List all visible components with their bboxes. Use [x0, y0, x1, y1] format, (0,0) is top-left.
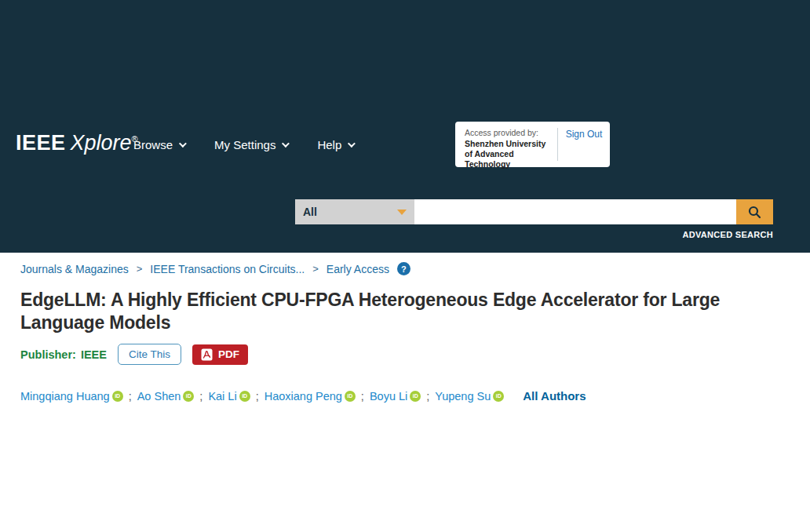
cite-this-button[interactable]: Cite This — [118, 344, 181, 365]
breadcrumb-journals[interactable]: Journals & Magazines — [20, 263, 129, 275]
chevron-down-icon — [282, 140, 290, 148]
pdf-button[interactable]: PDF — [192, 344, 248, 365]
help-icon[interactable]: ? — [397, 262, 410, 275]
orcid-icon[interactable]: iD — [410, 391, 421, 402]
search-bar: All — [295, 199, 773, 224]
pdf-icon — [201, 348, 213, 361]
author-link[interactable]: Ao Shen iD — [137, 390, 195, 403]
author-link[interactable]: Boyu Li iD — [370, 390, 421, 403]
author-separator: ; — [256, 390, 259, 403]
publisher-row: Publisher:IEEE Cite This PDF — [20, 344, 790, 365]
publisher-label: Publisher: — [20, 348, 76, 361]
search-icon — [748, 206, 761, 219]
orcid-icon[interactable]: iD — [345, 391, 356, 402]
breadcrumb: Journals & Magazines > IEEE Transactions… — [20, 262, 790, 275]
nav-my-settings-label: My Settings — [214, 138, 275, 151]
sign-out-link[interactable]: Sign Out — [558, 122, 610, 167]
orcid-icon[interactable]: iD — [183, 391, 194, 402]
orcid-icon[interactable]: iD — [239, 391, 250, 402]
author-link[interactable]: Mingqiang Huang iD — [20, 390, 123, 403]
caret-down-icon — [397, 210, 407, 215]
author-separator: ; — [199, 390, 202, 403]
author-name: Yupeng Su — [435, 390, 491, 403]
breadcrumb-early-access[interactable]: Early Access — [327, 263, 389, 275]
article-header-section: Journals & Magazines > IEEE Transactions… — [0, 253, 810, 532]
breadcrumb-publication[interactable]: IEEE Transactions on Circuits... — [150, 263, 305, 275]
breadcrumb-separator: > — [137, 263, 143, 275]
institution-name: Shenzhen University of Advanced Technolo… — [465, 139, 551, 169]
author-link[interactable]: Yupeng Su iD — [435, 390, 504, 403]
access-info: Access provided by: Shenzhen University … — [455, 122, 557, 167]
author-name: Kai Li — [208, 390, 236, 403]
search-scope-value: All — [303, 206, 317, 218]
author-name: Mingqiang Huang — [20, 390, 110, 403]
orcid-icon[interactable]: iD — [493, 391, 504, 402]
search-input[interactable] — [414, 199, 736, 224]
search-button[interactable] — [736, 199, 773, 224]
author-separator: ; — [129, 390, 132, 403]
main-nav: Browse My Settings Help — [133, 138, 353, 151]
nav-help-label: Help — [317, 138, 341, 151]
search-scope-dropdown[interactable]: All — [295, 199, 414, 224]
nav-browse-label: Browse — [133, 138, 173, 151]
article-title: EdgeLLM: A Highly Efficient CPU-FPGA Het… — [20, 289, 790, 333]
access-provided-label: Access provided by: — [465, 128, 551, 137]
author-link[interactable]: Haoxiang Peng iD — [265, 390, 356, 403]
page: IEEEXplore® Browse My Settings Help Acce… — [0, 0, 810, 532]
institution-access-box: Access provided by: Shenzhen University … — [455, 122, 610, 167]
breadcrumb-separator: > — [312, 263, 319, 275]
publisher-info: Publisher:IEEE — [20, 348, 107, 361]
nav-help[interactable]: Help — [317, 138, 353, 151]
author-link[interactable]: Kai Li iD — [208, 390, 250, 403]
authors-row: Mingqiang Huang iD ; Ao Shen iD ; Kai Li… — [20, 389, 790, 403]
author-name: Ao Shen — [137, 390, 181, 403]
logo-xplore-text: Xplore — [71, 131, 132, 155]
logo-ieee-text: IEEE — [16, 131, 66, 155]
orcid-icon[interactable]: iD — [112, 391, 123, 402]
nav-browse[interactable]: Browse — [133, 138, 184, 151]
nav-my-settings[interactable]: My Settings — [214, 138, 287, 151]
author-separator: ; — [361, 390, 364, 403]
all-authors-link[interactable]: All Authors — [523, 389, 586, 403]
author-name: Boyu Li — [370, 390, 407, 403]
publisher-name: IEEE — [81, 348, 107, 361]
pdf-button-label: PDF — [218, 348, 239, 360]
top-header: IEEEXplore® Browse My Settings Help Acce… — [0, 0, 810, 253]
author-separator: ; — [426, 390, 429, 403]
chevron-down-icon — [348, 140, 356, 148]
chevron-down-icon — [179, 140, 187, 148]
advanced-search-link[interactable]: ADVANCED SEARCH — [295, 230, 773, 239]
ieee-xplore-logo[interactable]: IEEEXplore® — [16, 131, 138, 155]
author-name: Haoxiang Peng — [265, 390, 342, 403]
